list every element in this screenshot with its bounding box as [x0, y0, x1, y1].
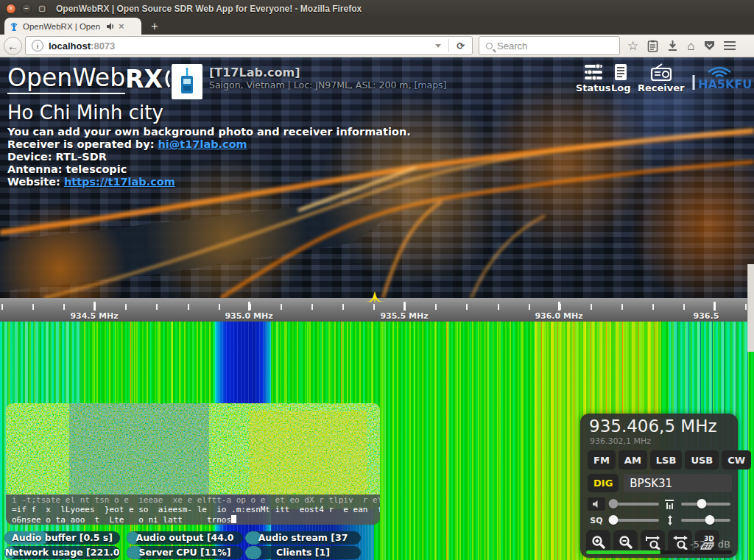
dig-mode-selector[interactable]: BPSK31 — [624, 474, 732, 492]
new-tab-button[interactable]: + — [146, 19, 163, 34]
pocket-icon[interactable] — [704, 40, 715, 51]
volume-slider[interactable] — [610, 503, 659, 506]
tuning-marker-icon[interactable] — [365, 291, 384, 303]
handheld-radio-icon — [177, 67, 197, 96]
browser-tab[interactable]: OpenWebRX | Open × — [4, 18, 141, 35]
reading-list-icon[interactable] — [647, 40, 658, 52]
haskfu-text: HA5KFU — [698, 77, 751, 91]
site-info-icon[interactable]: i — [32, 40, 43, 52]
openwebrx-page: OpenWebRX [T17Lab.com] Saigon, Vietnam |… — [0, 57, 754, 560]
frequency-scale[interactable]: 934.5 MHz 935.0 MHz 935.5 MHz 936.0 MHz … — [0, 298, 754, 322]
digimode-panel: i -t;tsate el nt tsn o e ieeae xe e elft… — [6, 403, 380, 525]
decoded-line: i -t;tsate el nt tsn o e ieeae xe e elft… — [12, 496, 374, 506]
decoded-text-area: i -t;tsate el nt tsn o e ieeae xe e elft… — [6, 495, 380, 525]
scale-label: 936.0 MHz — [535, 311, 582, 321]
log-label: Log — [611, 82, 631, 93]
home-icon[interactable]: ⌂ — [687, 40, 694, 52]
mode-button-fm[interactable]: FM — [588, 450, 616, 469]
speaker-icon — [592, 500, 601, 508]
zoom-in-icon — [591, 535, 606, 550]
tab-title: OpenWebRX | Open — [23, 22, 102, 31]
receiver-label: Receiver — [638, 82, 685, 93]
waterfall-min-slider[interactable] — [681, 519, 730, 522]
mode-button-dig[interactable]: DIG — [588, 474, 619, 492]
squelch-slider-thumb[interactable] — [609, 515, 619, 525]
tab-close-icon[interactable]: × — [119, 21, 124, 32]
bubble-label: Clients [1] — [245, 546, 361, 559]
zoom-full-icon — [672, 535, 688, 550]
window-title: OpenWebRX | Open Source SDR Web App for … — [56, 4, 362, 14]
squelch-slider[interactable] — [610, 519, 659, 522]
back-button[interactable]: ← — [4, 37, 22, 55]
mute-button[interactable] — [588, 497, 605, 511]
nav-log-button[interactable]: Log — [611, 63, 631, 93]
logo-text-rx: RX — [125, 65, 163, 93]
smeter-fill — [586, 550, 660, 554]
url-host: localhost — [49, 40, 91, 52]
window-close-button[interactable]: × — [6, 4, 16, 14]
mode-button-cw[interactable]: CW — [722, 450, 751, 469]
url-divider — [448, 39, 449, 52]
waterfall-display[interactable]: i -t;tsate el nt tsn o e ieeae xe e elft… — [0, 322, 754, 560]
nav-receiver-button[interactable]: Receiver — [638, 63, 685, 93]
status-bubble-audio-stream: Audio stream [37 kbps] — [245, 531, 361, 545]
waterfall-min-thumb[interactable] — [705, 515, 714, 525]
downloads-icon[interactable] — [667, 40, 678, 52]
tab-favicon-icon — [9, 21, 19, 32]
operator-label: Receiver is operated by: — [7, 138, 158, 150]
decoded-line: =if f x lLyoees }eot e so aieesm- le io … — [12, 506, 374, 515]
menu-icon[interactable] — [724, 41, 736, 50]
bubble-label: Audio stream [37 kbps] — [245, 531, 361, 545]
window-titlebar: × − ▢ OpenWebRX | Open Source SDR Web Ap… — [0, 0, 754, 18]
screenshot-root: { "browser": { "window_title": "OpenWebR… — [0, 0, 754, 560]
volume-slider-thumb[interactable] — [609, 499, 619, 508]
mode-button-lsb[interactable]: LSB — [650, 450, 683, 469]
logo-text-open: OpenWeb — [7, 63, 125, 94]
receiver-avatar — [172, 64, 202, 99]
photo-operator-line: Receiver is operated by: hi@t17lab.com — [7, 138, 247, 150]
website-label: Website: — [7, 176, 64, 188]
scrollbar[interactable] — [747, 264, 754, 352]
smeter-bar — [586, 550, 732, 554]
url-bar[interactable]: i localhost:8073 ⟳ — [25, 36, 473, 55]
bubble-label: Network usage [221.0 kbps] — [4, 546, 120, 559]
header-photo: OpenWebRX [T17Lab.com] Saigon, Vietnam |… — [0, 57, 754, 298]
website-link[interactable]: https://t17lab.com — [64, 176, 175, 188]
signal-level-db: -52.9 dB — [690, 539, 730, 550]
maps-link[interactable]: [maps] — [414, 79, 446, 91]
waterfall-colors-icon — [663, 500, 677, 509]
mode-button-usb[interactable]: USB — [685, 450, 719, 469]
status-label: Status — [576, 82, 611, 93]
digimode-waterfall[interactable] — [6, 403, 380, 495]
haskfu-logo: HA5KFU — [688, 62, 751, 96]
waterfall-max-slider[interactable] — [681, 503, 730, 506]
tab-audio-icon[interactable] — [106, 22, 115, 31]
search-input[interactable]: Search — [479, 36, 620, 55]
mode-button-am[interactable]: AM — [619, 450, 647, 469]
tab-bar: OpenWebRX | Open × + — [0, 18, 754, 35]
receiver-control-panel: 935.406,5 MHz 936.302,1 MHz FM AM LSB US… — [580, 414, 738, 558]
bubble-label: Audio buffer [0.5 s] — [4, 531, 120, 545]
window-maximize-button[interactable]: ▢ — [37, 4, 47, 14]
photo-antenna-line: Antenna: telescopic — [7, 163, 127, 175]
zoom-out-icon — [619, 535, 633, 550]
window-minimize-button[interactable]: − — [21, 4, 32, 14]
log-document-icon — [613, 63, 628, 81]
mode-selector: FM AM LSB USB CW — [588, 450, 730, 469]
text-cursor — [231, 515, 236, 523]
operator-email-link[interactable]: hi@t17lab.com — [158, 138, 247, 150]
bookmark-star-icon[interactable]: ☆ — [627, 40, 638, 52]
receiver-radio-icon — [650, 63, 672, 81]
waterfall-max-thumb[interactable] — [697, 499, 707, 508]
status-bubble-audio-buffer: Audio buffer [0.5 s] — [4, 531, 120, 545]
status-bubble-server-cpu: Server CPU [11%] — [127, 546, 243, 559]
status-bubble-network-usage: Network usage [221.0 kbps] — [4, 546, 120, 559]
nav-status-button[interactable]: Status — [576, 63, 611, 93]
url-dropdown-icon[interactable] — [435, 44, 441, 48]
tuned-frequency[interactable]: 935.406,5 MHz — [589, 417, 717, 436]
center-frequency: 936.302,1 MHz — [590, 436, 651, 446]
photo-title: Ho Chi Minh city — [7, 102, 163, 124]
reload-icon[interactable]: ⟳ — [457, 40, 465, 52]
squelch-label: SQ — [588, 516, 605, 525]
bubble-label: Server CPU [11%] — [127, 546, 243, 559]
